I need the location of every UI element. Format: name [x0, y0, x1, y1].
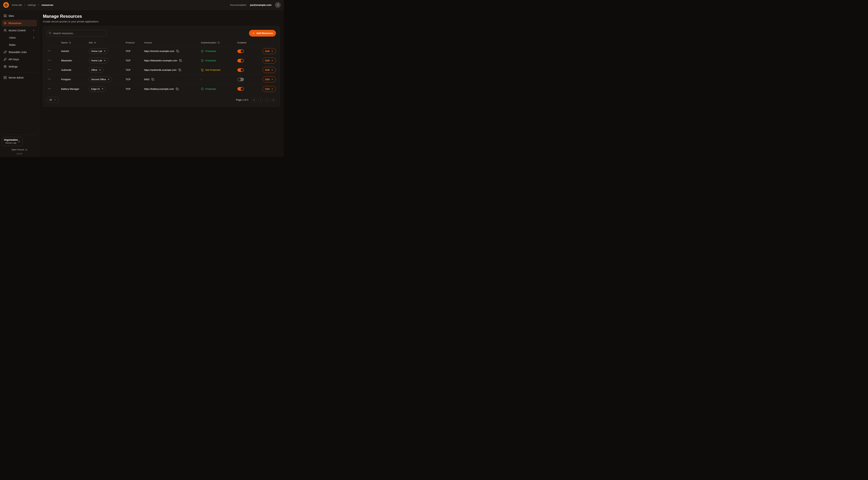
first-page-button[interactable]: « [251, 97, 256, 102]
sidebar-item-settings[interactable]: Settings [2, 63, 37, 70]
app-window: home-lab settings resources Documentatio… [0, 0, 284, 157]
page-info: Page 1 of 1 [236, 98, 248, 101]
arrow-right-icon [271, 78, 273, 81]
breadcrumb-resources[interactable]: resources [42, 4, 53, 6]
row-menu-button[interactable]: ⋯ [47, 87, 52, 91]
last-page-button[interactable]: » [271, 97, 276, 102]
user-email[interactable]: joe@example.com [250, 4, 272, 6]
add-resource-button[interactable]: Add Resource [249, 30, 276, 36]
resource-access: https://immich.example.com [144, 50, 174, 53]
sort-icon [69, 41, 71, 44]
sidebar-item-sites[interactable]: Sites [2, 12, 37, 19]
auth-label: Protected [205, 59, 216, 62]
column-label: Authentication [201, 41, 216, 44]
site-link-button[interactable]: Home Lab [89, 48, 108, 54]
sort-icon [217, 41, 220, 44]
copy-icon [178, 69, 181, 71]
enabled-cell [238, 50, 263, 53]
breadcrumb-org[interactable]: home-lab [12, 4, 22, 6]
table-header: Name Site Protocol Access Authenticati [47, 39, 276, 47]
sidebar-item-api-keys[interactable]: API Keys [2, 56, 37, 63]
resource-protocol: TCP [126, 50, 144, 53]
open-source-link[interactable]: Open Source [2, 148, 37, 151]
edit-cell: Edit [263, 77, 276, 82]
server-icon [4, 76, 7, 79]
row-menu-cell: ⋯ [47, 87, 61, 91]
sidebar-item-access-control[interactable]: Access Control [2, 27, 37, 34]
enabled-toggle[interactable] [238, 78, 244, 81]
auth-label: - [201, 78, 202, 81]
access-cell: https://bitwarden.example.com [144, 59, 201, 62]
sidebar-divider [2, 72, 36, 72]
sidebar-item-shareable-links[interactable]: Shareable Links [2, 49, 37, 55]
toggle-knob [241, 87, 244, 90]
shield-check-icon [201, 50, 204, 53]
sidebar-item-resources[interactable]: Resources [2, 20, 37, 26]
row-menu-button[interactable]: ⋯ [47, 58, 52, 63]
chevron-right-icon [38, 4, 40, 6]
external-link-icon [25, 149, 27, 151]
copy-button[interactable] [179, 59, 182, 62]
row-menu-button[interactable]: ⋯ [47, 77, 52, 82]
copy-button[interactable] [178, 69, 181, 71]
users-icon [4, 29, 7, 32]
enabled-toggle[interactable] [238, 87, 244, 91]
edit-button[interactable]: Edit [262, 48, 276, 54]
resource-access: 5432 [144, 78, 150, 81]
documentation-link[interactable]: Documentation [230, 4, 246, 6]
row-menu-button[interactable]: ⋯ [47, 49, 52, 53]
table-row: ⋯ Postgres Second Office TCP 5432 - [47, 75, 276, 84]
column-name[interactable]: Name [61, 41, 89, 44]
organization-selector[interactable]: Organization Home Lab [2, 137, 23, 146]
site-name: Office [91, 69, 97, 71]
site-name: Second Office [91, 78, 106, 81]
auth-badge: Protected [201, 59, 216, 62]
sidebar-item-label: Resources [8, 22, 22, 25]
site-name: Home Lab [91, 59, 102, 62]
site-link-button[interactable]: Edge 01 [89, 86, 106, 92]
sidebar-item-label: Sites [8, 14, 14, 18]
sidebar-item-users[interactable]: Users [2, 34, 37, 41]
sidebar: Sites Resources Access Control Users Rol… [0, 10, 39, 157]
arrow-up-right-icon [107, 79, 110, 81]
edit-button[interactable]: Edit [262, 86, 276, 92]
copy-button[interactable] [176, 50, 179, 53]
resource-name: Authentik [61, 69, 89, 71]
column-site[interactable]: Site [89, 41, 126, 44]
arrow-right-icon [271, 88, 273, 90]
sidebar-item-server-admin[interactable]: Server Admin [2, 74, 37, 81]
page-size-select[interactable]: 20 [47, 97, 59, 103]
enabled-toggle[interactable] [238, 68, 244, 72]
search-input[interactable] [47, 30, 106, 36]
gear-icon [4, 65, 7, 68]
enabled-cell [238, 87, 263, 91]
edit-button[interactable]: Edit [262, 58, 276, 63]
page-buttons: « ‹ › » [251, 97, 276, 102]
copy-button[interactable] [151, 78, 154, 81]
column-enabled: Enabled [238, 41, 263, 44]
previous-page-button[interactable]: ‹ [258, 97, 263, 102]
edit-button[interactable]: Edit [262, 67, 276, 73]
breadcrumb-settings[interactable]: settings [28, 4, 36, 6]
row-menu-button[interactable]: ⋯ [47, 68, 52, 72]
enabled-toggle[interactable] [238, 59, 244, 62]
edit-cell: Edit [263, 86, 276, 92]
site-link-button[interactable]: Second Office [89, 77, 112, 82]
organization-label: Organization [4, 139, 18, 142]
site-link-button[interactable]: Home Lab [89, 58, 108, 63]
authentication-cell: Not Protected [201, 69, 238, 71]
shield-check-icon [201, 59, 204, 62]
sidebar-item-roles[interactable]: Roles [2, 41, 37, 48]
edit-button[interactable]: Edit [262, 77, 276, 82]
page-title: Manage Resources [43, 14, 280, 19]
avatar[interactable]: J [275, 2, 281, 8]
copy-button[interactable] [176, 88, 179, 90]
access-cell: https://immich.example.com [144, 50, 201, 53]
column-label: Enabled [238, 41, 246, 44]
site-link-button[interactable]: Office [89, 67, 103, 73]
sidebar-item-label: API Keys [8, 58, 19, 61]
column-authentication[interactable]: Authentication [201, 41, 238, 44]
enabled-toggle[interactable] [238, 50, 244, 53]
arrow-right-icon [271, 69, 273, 71]
next-page-button[interactable]: › [265, 97, 270, 102]
